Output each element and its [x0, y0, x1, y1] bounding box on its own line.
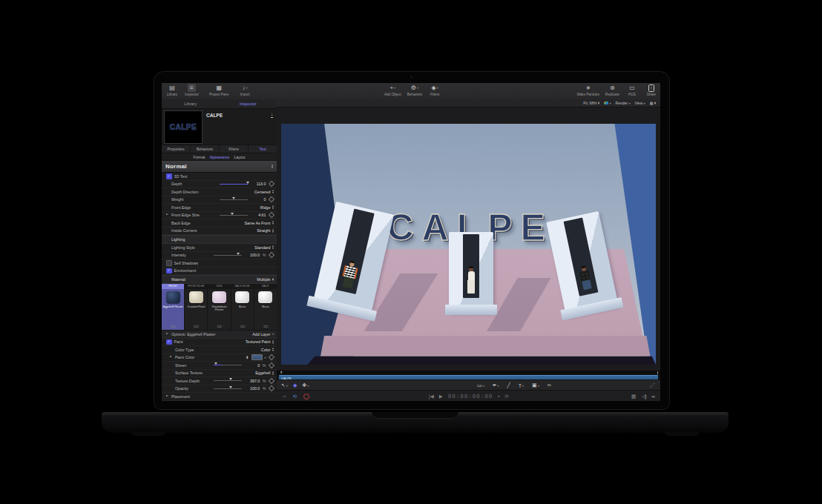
inside-corners-popup[interactable]: Straight — [257, 228, 274, 233]
filters-icon: ◈ — [432, 84, 436, 92]
link-icon[interactable]: ⊂⊃ — [263, 325, 269, 328]
disclosure-icon[interactable] — [170, 356, 172, 357]
hud-button[interactable]: ▭ HUD — [625, 84, 639, 96]
link-icon[interactable]: ⊂⊃ — [217, 325, 222, 328]
intensity-slider[interactable] — [214, 255, 242, 256]
environment-checkbox[interactable] — [166, 268, 172, 274]
range-end-marker[interactable] — [657, 371, 659, 374]
depth-direction-popup[interactable]: Centered — [254, 190, 274, 194]
share-button[interactable]: ↑ Share — [645, 84, 658, 96]
make-particles-button[interactable]: ∗ Make Particles — [577, 84, 599, 96]
behaviors-button[interactable]: ⚙▾ Behaviors — [407, 84, 422, 96]
link-icon[interactable]: ⊂⊃ — [194, 325, 199, 328]
tab-filters[interactable]: Filters — [220, 145, 249, 153]
opacity-slider[interactable] — [214, 388, 242, 389]
audio-icon[interactable]: ◁) — [642, 394, 645, 399]
material-back[interactable]: BACK Basic ⊂⊃ — [254, 284, 277, 330]
render-popup[interactable]: Render ▾ — [616, 101, 631, 105]
playhead-icon[interactable] — [280, 371, 283, 374]
loop-playback-icon[interactable]: ⟲ — [292, 394, 296, 399]
tab-behaviors[interactable]: Behaviors — [191, 145, 220, 153]
front-edge-size-slider[interactable] — [220, 215, 248, 216]
paint-popup[interactable]: Textured Paint — [246, 339, 274, 344]
material-front[interactable]: FRONT Eggshell Plaster ⊂⊃ — [162, 284, 185, 330]
view-popup[interactable]: View ▾ — [635, 101, 645, 105]
add-layer-button[interactable]: Add Layer ▾ — [252, 332, 274, 336]
loop-range-icon[interactable]: ∞ — [651, 394, 655, 399]
record-button[interactable] — [303, 394, 309, 399]
subtab-layout[interactable]: Layout — [234, 155, 245, 159]
library-button[interactable]: ▤ Library — [165, 84, 179, 96]
mask-tool[interactable]: ▣▾ — [532, 382, 539, 388]
tab-inspector[interactable]: Inspector — [220, 99, 277, 108]
subtab-format[interactable]: Format — [194, 155, 206, 159]
timeline-ruler[interactable] — [277, 371, 660, 374]
cut-tool[interactable]: ✂ — [548, 382, 552, 388]
disclosure-icon[interactable] — [166, 213, 168, 215]
text-tool[interactable]: T▾ — [519, 383, 524, 388]
eyedropper-icon[interactable]: ✒ — [245, 356, 250, 359]
disclosure-icon[interactable] — [166, 395, 168, 397]
surface-texture-popup[interactable]: Eggshell — [255, 371, 274, 375]
publish-icon[interactable]: ↓ — [271, 112, 273, 118]
back-edge-popup[interactable]: Same As Front — [244, 221, 274, 225]
jump-start-button[interactable]: |◀ — [429, 394, 434, 399]
style-header[interactable]: Normal — [162, 161, 277, 173]
stepper-icon[interactable] — [272, 165, 273, 168]
select-tool[interactable]: ↖▾ — [281, 382, 288, 388]
channels-popup[interactable]: ▾ — [604, 102, 611, 105]
self-shadows-checkbox[interactable] — [166, 260, 172, 266]
shape-tool[interactable]: ▭▾ — [477, 382, 484, 388]
texture-depth-slider[interactable] — [214, 380, 242, 381]
layout-grid-popup[interactable]: ▦ — [650, 101, 656, 105]
timecode-display[interactable]: 00:00:00:00 — [448, 393, 493, 399]
material-popup[interactable]: Multiple — [257, 277, 274, 282]
tab-library[interactable]: Library — [162, 99, 220, 108]
link-icon[interactable]: ⊂⊃ — [240, 325, 245, 328]
canvas-viewport[interactable]: CALPE — [277, 107, 660, 379]
chevron-down-icon[interactable]: ▾ — [498, 394, 499, 398]
filters-button[interactable]: ◈▾ Filters — [428, 84, 441, 96]
pan-tool[interactable]: ✥▾ — [302, 382, 309, 388]
frame-view-icon[interactable]: ▥ — [631, 394, 636, 399]
project-pane-button[interactable]: ▦ Project Pane — [209, 84, 228, 96]
depth-slider[interactable] — [220, 184, 248, 185]
replicate-button[interactable]: ⊛ Replicate — [605, 84, 619, 96]
disclosure-icon[interactable] — [166, 333, 168, 334]
keyframe-icon[interactable] — [269, 252, 274, 258]
material-back-edge[interactable]: BACK EDGE Basic ⊂⊃ — [231, 284, 254, 330]
update-render-icon[interactable]: ⟳ — [504, 394, 508, 399]
material-front-edge[interactable]: FRONT EDGE Cracked Paint ⊂⊃ — [185, 284, 208, 330]
lighting-style-popup[interactable]: Standard — [254, 245, 274, 250]
paint-checkbox[interactable] — [166, 339, 172, 345]
keyframe-icon[interactable] — [269, 362, 274, 368]
subtab-appearance[interactable]: Appearance — [209, 155, 229, 159]
front-edge-popup[interactable]: Ridge — [260, 205, 274, 210]
row-back-edge: Back Edge Same As Front — [162, 219, 277, 228]
keyframe-icon[interactable] — [269, 181, 274, 187]
link-icon[interactable]: ⊂⊃ — [171, 325, 176, 328]
material-side[interactable]: SIDE Knockdown Plaster ⊂⊃ — [208, 284, 231, 330]
line-tool[interactable]: ╱ — [507, 382, 510, 388]
transform-3d-tool[interactable]: ◆ — [293, 382, 297, 388]
keyframe-icon[interactable] — [269, 378, 274, 384]
zoom-level-popup[interactable]: Fit: 68% — [583, 101, 599, 105]
keyframe-icon[interactable] — [269, 196, 274, 202]
color-type-popup[interactable]: Color — [261, 348, 274, 352]
keyframe-icon[interactable] — [269, 212, 274, 218]
3d-text-checkbox[interactable] — [166, 173, 172, 179]
tab-text[interactable]: Text — [249, 145, 277, 153]
paint-color-swatch[interactable] — [251, 354, 263, 360]
snap-icon[interactable]: ⇥ — [282, 394, 286, 399]
keyframe-editor-button[interactable]: ⋰ — [650, 382, 655, 388]
add-object-button[interactable]: +▾ Add Object — [384, 84, 401, 96]
keyframe-icon[interactable] — [269, 354, 274, 360]
play-button[interactable]: ▶ — [439, 394, 443, 399]
inspector-button[interactable]: ≡ Inspector — [185, 84, 199, 96]
keyframe-icon[interactable] — [269, 385, 274, 391]
bezier-tool[interactable]: ✒▾ — [493, 382, 499, 388]
tab-properties[interactable]: Properties — [162, 145, 191, 153]
weight-slider[interactable] — [220, 199, 248, 200]
import-button[interactable]: ↓▾ Import — [238, 84, 251, 96]
sheen-slider[interactable] — [214, 365, 242, 365]
